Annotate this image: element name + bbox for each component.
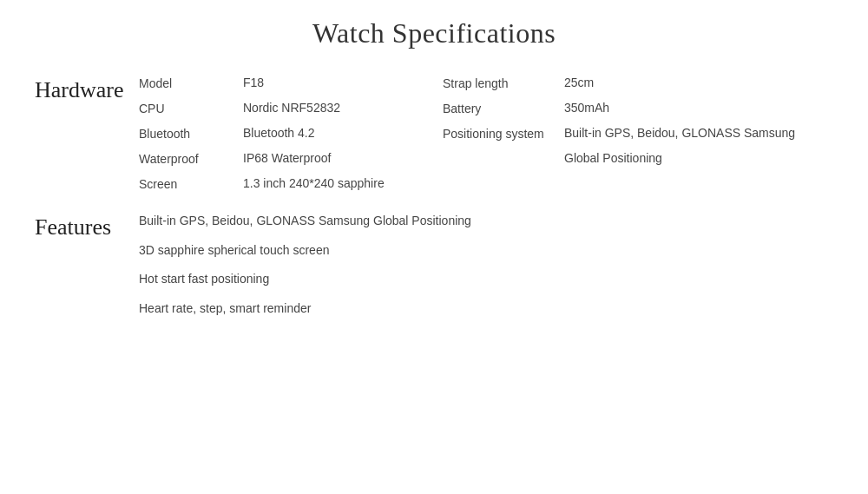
features-section-label: Features xyxy=(26,213,139,329)
features-content: Built-in GPS, Beidou, GLONASS Samsung Gl… xyxy=(139,213,842,329)
spec-value-screen: 1.3 inch 240*240 sapphire xyxy=(243,176,443,191)
features-section: Features Built-in GPS, Beidou, GLONASS S… xyxy=(26,213,842,329)
spec-label-model: Model xyxy=(139,76,243,90)
spec-label-empty1 xyxy=(443,151,564,166)
feature-item-4: Heart rate, step, smart reminder xyxy=(139,300,842,318)
spec-label-waterproof: Waterproof xyxy=(139,151,243,166)
spec-value-battery: 350mAh xyxy=(564,101,842,115)
page-title: Watch Specifications xyxy=(26,17,842,49)
feature-item-2: 3D sapphire spherical touch screen xyxy=(139,242,842,260)
spec-label-screen: Screen xyxy=(139,176,243,191)
spec-value-strap: 25cm xyxy=(564,76,842,90)
spec-label-battery: Battery xyxy=(443,101,564,115)
hardware-content: Model F18 Strap length 25cm CPU Nordic N… xyxy=(139,76,842,191)
features-list: Built-in GPS, Beidou, GLONASS Samsung Gl… xyxy=(139,213,842,317)
hardware-section: Hardware Model F18 Strap length 25cm CPU… xyxy=(26,76,842,191)
hardware-section-label: Hardware xyxy=(26,76,139,191)
spec-label-empty2 xyxy=(443,176,564,191)
spec-value-waterproof: IP68 Waterproof xyxy=(243,151,443,166)
spec-value-positioning: Built-in GPS, Beidou, GLONASS Samsung xyxy=(564,126,842,141)
feature-item-1: Built-in GPS, Beidou, GLONASS Samsung Gl… xyxy=(139,213,842,230)
page-container: Watch Specifications Hardware Model F18 … xyxy=(0,0,868,494)
spec-label-bluetooth: Bluetooth xyxy=(139,126,243,141)
spec-label-positioning: Positioning system xyxy=(443,126,564,141)
feature-item-3: Hot start fast positioning xyxy=(139,271,842,288)
spec-grid: Model F18 Strap length 25cm CPU Nordic N… xyxy=(139,76,842,191)
spec-label-strap: Strap length xyxy=(443,76,564,90)
spec-label-cpu: CPU xyxy=(139,101,243,115)
spec-value-empty2 xyxy=(564,176,842,191)
spec-value-cpu: Nordic NRF52832 xyxy=(243,101,443,115)
spec-value-bluetooth: Bluetooth 4.2 xyxy=(243,126,443,141)
spec-value-global: Global Positioning xyxy=(564,151,842,166)
spec-value-model: F18 xyxy=(243,76,443,90)
